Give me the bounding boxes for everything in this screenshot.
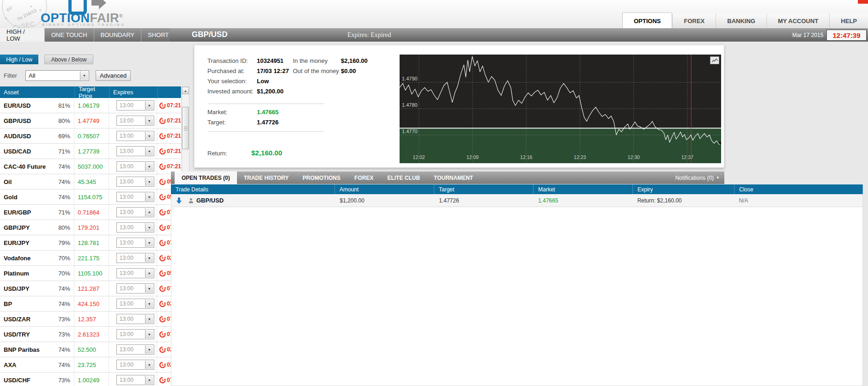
bottom-tab-forex[interactable]: FOREX — [347, 172, 380, 184]
trade-target: 1.47726 — [434, 194, 534, 207]
expiry-countdown-icon — [159, 316, 166, 323]
expiry-time-select[interactable]: 13:00▼ — [116, 253, 154, 263]
asset-payout-percent: 74% — [58, 178, 70, 185]
chevron-down-icon[interactable]: ▼ — [145, 361, 153, 369]
nav-tab-forex[interactable]: FOREX — [672, 14, 716, 28]
asset-table-header: AssetTarget PriceExpires — [0, 86, 181, 98]
bottom-tab-trade-history[interactable]: TRADE HISTORY — [237, 172, 296, 184]
expiry-time-select[interactable]: 13:00▼ — [116, 207, 154, 217]
asset-row[interactable]: EUR/JPY79%128.78113:00▼07:21 — [0, 235, 181, 251]
chart-type-button[interactable] — [710, 56, 719, 64]
asset-row[interactable]: USD/ZAR73%12.35713:00▼07:21 — [0, 312, 181, 327]
expiry-time-select[interactable]: 13:00▼ — [116, 299, 154, 309]
expiry-time-select[interactable]: 13:00▼ — [116, 146, 154, 156]
chevron-down-icon[interactable]: ▼ — [145, 132, 153, 140]
asset-row[interactable]: BP74%424.15013:00▼02:21 — [0, 296, 181, 312]
expiry-time-select[interactable]: 13:00▼ — [116, 222, 154, 233]
mode-tab-high-low[interactable]: High / Low — [0, 55, 38, 64]
expiry-time-select[interactable]: 13:00▼ — [116, 238, 154, 248]
chevron-down-icon[interactable]: ▼ — [145, 330, 153, 338]
scroll-up-button[interactable]: ▲ — [182, 87, 189, 94]
asset-row[interactable]: AXA74%23.72513:00▼02:21 — [0, 357, 181, 373]
chevron-down-icon[interactable]: ▼ — [145, 101, 153, 110]
expiry-time-select[interactable]: 13:00▼ — [116, 314, 154, 324]
chevron-down-icon[interactable]: ▼ — [145, 269, 153, 277]
scrollbar-thumb[interactable] — [182, 107, 189, 149]
asset-row[interactable]: USD/CAD71%1.2773913:00▼07:21 — [0, 144, 181, 159]
expiry-time-select[interactable]: 13:00▼ — [116, 329, 154, 339]
expiry-time-select[interactable]: 13:00▼ — [116, 283, 154, 294]
chevron-down-icon[interactable]: ▼ — [145, 223, 153, 232]
bottom-tab-promotions[interactable]: PROMOTIONS — [296, 172, 347, 184]
expiry-time-select[interactable]: 13:00▼ — [116, 116, 154, 126]
asset-name: EUR/USD — [0, 102, 31, 109]
bottom-tab-open-trades[interactable]: OPEN TRADES (0) — [175, 172, 237, 184]
filter-label: Filter — [4, 72, 17, 79]
svg-text:12:16: 12:16 — [520, 154, 532, 160]
expiry-time-select[interactable]: 13:00▼ — [116, 268, 154, 278]
open-trade-row[interactable]: GBP/USD$1,200.001.477261.47665Return: $2… — [171, 194, 862, 207]
expiry-time-select[interactable]: 13:00▼ — [116, 131, 154, 141]
chevron-down-icon[interactable]: ▼ — [145, 116, 153, 125]
nav-tab-my-account[interactable]: MY ACCOUNT — [766, 14, 829, 28]
chevron-down-icon[interactable]: ▼ — [145, 300, 153, 308]
asset-row[interactable]: EUR/USD81%1.0617913:00▼07:21 — [0, 98, 181, 113]
notifications-toggle[interactable]: Notifications (0)▼ — [675, 172, 720, 184]
asset-row[interactable]: USD/JPY74%121.28713:00▼07:21 — [0, 281, 181, 296]
chevron-down-icon[interactable]: ▼ — [145, 162, 153, 171]
expiry-time-select[interactable]: 13:00▼ — [116, 100, 154, 110]
out-money-value: $0.00 — [341, 67, 356, 74]
asset-target-price: 0.71864 — [74, 205, 109, 220]
expiry-time-select[interactable]: 13:00▼ — [116, 375, 154, 385]
asset-row[interactable]: Platinum70%1105.10013:00▼05:21 — [0, 266, 181, 281]
asset-payout-percent: 74% — [58, 285, 70, 292]
asset-row[interactable]: CAC-40 Future74%5037.00013:00▼07:21 — [0, 159, 181, 174]
chevron-down-icon[interactable]: ▼ — [145, 376, 153, 384]
asset-row[interactable]: EUR/GBP71%0.7186413:00▼07:21 — [0, 205, 181, 220]
invested-label: Invested amount: — [207, 88, 254, 95]
chevron-down-icon[interactable]: ▼ — [145, 193, 153, 201]
expiry-time-select[interactable]: 13:00▼ — [116, 344, 154, 355]
option-tab-high-low[interactable]: HIGH / LOW — [0, 28, 44, 42]
advanced-button[interactable]: Advanced — [96, 70, 131, 81]
chevron-down-icon[interactable]: ▼ — [145, 315, 153, 323]
expiry-time-select[interactable]: 13:00▼ — [116, 161, 154, 172]
option-tab-one-touch[interactable]: ONE TOUCH — [44, 28, 94, 42]
time-to-expiry: 07:21 — [167, 117, 181, 124]
expiry-countdown-icon — [159, 209, 166, 216]
chevron-down-icon[interactable]: ▼ — [145, 239, 153, 247]
chevron-down-icon[interactable]: ▼ — [145, 254, 153, 262]
asset-name: USD/CAD — [0, 148, 31, 155]
asset-row[interactable]: GBP/USD80%1.4774913:00▼07:21 — [0, 113, 181, 129]
nav-tab-banking[interactable]: BANKING — [716, 14, 766, 28]
return-value: $2,160.00 — [251, 149, 282, 157]
asset-row[interactable]: Vodafone70%221.17513:00▼02:21 — [0, 251, 181, 266]
asset-row[interactable]: USD/TRY73%2.6132313:00▼07:21 — [0, 327, 181, 342]
asset-row[interactable]: AUD/USD69%0.7650713:00▼07:21 — [0, 129, 181, 144]
asset-target-price: 1.00249 — [74, 373, 109, 386]
chevron-down-icon[interactable]: ▼ — [145, 178, 153, 186]
expiry-time-select[interactable]: 13:00▼ — [116, 177, 154, 187]
option-tab-boundary[interactable]: BOUNDARY — [94, 28, 141, 42]
chevron-down-icon[interactable]: ▼ — [80, 71, 88, 80]
nav-tab-help[interactable]: HELP — [829, 14, 868, 28]
expiry-time-select[interactable]: 13:00▼ — [116, 360, 154, 370]
asset-name: AUD/USD — [0, 133, 31, 140]
expiry-time-select[interactable]: 13:00▼ — [116, 192, 154, 202]
nav-tab-options[interactable]: OPTIONS — [622, 12, 673, 29]
bottom-tab-elite-club[interactable]: ELITE CLUB — [380, 172, 427, 184]
expiry-countdown-icon — [159, 194, 166, 201]
bottom-tab-tournament[interactable]: TOURNAMENT — [427, 172, 480, 184]
chevron-down-icon[interactable]: ▼ — [145, 208, 153, 216]
mode-tab-above-below[interactable]: Above / Below — [44, 55, 93, 64]
chevron-down-icon[interactable]: ▼ — [145, 345, 153, 354]
asset-row[interactable]: USD/CHF73%1.0024913:00▼07:21 — [0, 373, 181, 386]
chevron-down-icon[interactable]: ▼ — [145, 284, 153, 293]
asset-row[interactable]: GBP/JPY80%179.20113:00▼07:21 — [0, 220, 181, 235]
filter-select[interactable]: All ▼ — [25, 70, 89, 81]
chevron-down-icon[interactable]: ▼ — [145, 147, 153, 155]
asset-row[interactable]: BNP Paribas74%52.50013:00▼02:21 — [0, 342, 181, 357]
asset-row[interactable]: Gold74%1154.07513:00▼05:21 — [0, 190, 181, 205]
target-label: Target: — [207, 119, 226, 126]
asset-row[interactable]: Oil74%45.34513:00▼05:21 — [0, 174, 181, 190]
